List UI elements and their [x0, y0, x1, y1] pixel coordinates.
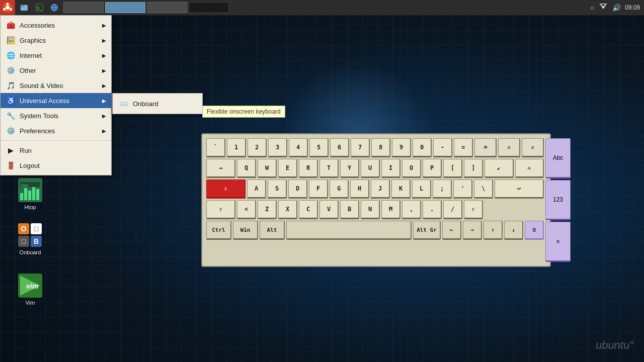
menu-item-other[interactable]: ⚙️ Other ▶	[1, 63, 111, 78]
key-3[interactable]: 3	[268, 138, 287, 157]
key-4[interactable]: 4	[289, 138, 308, 157]
key-h[interactable]: H	[350, 179, 369, 199]
key-s[interactable]: S	[268, 179, 287, 199]
key-win[interactable]: Win	[233, 221, 258, 240]
key-arrow-up[interactable]: ↑	[484, 221, 503, 240]
key-slash[interactable]: /	[443, 200, 462, 219]
keyboard-rows-wrapper: ` 1 2 3 4 5 6 7 8 9 0 - = ⌫ ✕ ✕	[206, 138, 546, 262]
key-arrow-left[interactable]: ←	[442, 221, 461, 240]
menu-item-universal-access[interactable]: ♿ Universal Access ▶ ⌨️ Onboard	[1, 93, 111, 108]
key-q[interactable]: Q	[237, 159, 256, 178]
key-bracket-right[interactable]: ]	[464, 159, 483, 178]
vim-label: Vim	[26, 300, 35, 306]
key-altgr[interactable]: Alt Gr	[413, 221, 441, 240]
menu-item-graphics[interactable]: 🖼️ Graphics ▶	[1, 33, 111, 48]
menu-item-preferences[interactable]: ⚙️ Preferences ▶	[1, 123, 111, 138]
desktop-icon-onboard[interactable]: O □ □ B Onboard	[10, 221, 50, 257]
key-shift-right[interactable]: ⇧	[464, 200, 483, 219]
key-z[interactable]: Z	[258, 200, 277, 219]
key-p[interactable]: P	[423, 159, 442, 178]
bluetooth-icon[interactable]: ○	[589, 4, 595, 12]
desktop-icon-vim[interactable]: vim Vim	[10, 272, 50, 308]
key-b[interactable]: B	[340, 200, 359, 219]
key-123[interactable]: 123	[545, 180, 571, 220]
key-i[interactable]: I	[381, 159, 400, 178]
key-alt[interactable]: Alt	[260, 221, 285, 240]
key-t[interactable]: T	[319, 159, 339, 178]
key-minus[interactable]: -	[433, 138, 452, 157]
menu-item-logout[interactable]: 🚪 Logout	[1, 158, 111, 173]
key-2[interactable]: 2	[248, 138, 267, 157]
key-shift-left2[interactable]: ⇧	[206, 200, 235, 219]
key-j[interactable]: J	[371, 179, 390, 199]
key-arrow-down[interactable]: ↓	[504, 221, 523, 240]
key-quote[interactable]: '	[453, 179, 472, 199]
key-g[interactable]: G	[330, 179, 349, 199]
key-8[interactable]: 8	[371, 138, 390, 157]
browser-button[interactable]	[47, 2, 61, 14]
key-semicolon[interactable]: ;	[433, 179, 452, 199]
key-tab[interactable]: →	[206, 159, 235, 178]
key-9[interactable]: 9	[392, 138, 411, 157]
key-m[interactable]: M	[381, 200, 400, 219]
key-c[interactable]: C	[299, 200, 318, 219]
key-less[interactable]: <	[237, 200, 256, 219]
key-close[interactable]: ✕	[522, 138, 544, 157]
terminal-button[interactable]: $_	[32, 2, 46, 14]
key-menu[interactable]: ≡	[525, 221, 544, 240]
key-settings[interactable]: ≡	[545, 222, 571, 262]
desktop-icon-htop[interactable]: htop Htop	[10, 176, 50, 212]
taskbar-window-1[interactable]	[63, 2, 104, 13]
menu-item-run[interactable]: ▶ Run	[1, 143, 111, 158]
menu-item-system-tools[interactable]: 🔧 System Tools ▶	[1, 108, 111, 123]
volume-icon[interactable]: 🔊	[611, 4, 622, 12]
taskbar-window-3[interactable]	[147, 2, 187, 13]
taskbar-window-4[interactable]	[189, 2, 229, 13]
taskbar-window-2[interactable]	[105, 2, 145, 13]
key-e[interactable]: E	[278, 159, 297, 178]
key-undo[interactable]: ↩	[495, 179, 544, 199]
key-backslash[interactable]: \	[474, 179, 493, 199]
network-icon[interactable]	[598, 3, 608, 13]
key-backtick[interactable]: `	[206, 138, 225, 157]
key-space[interactable]	[286, 221, 412, 240]
key-d[interactable]: D	[288, 179, 307, 199]
key-y[interactable]: Y	[340, 159, 359, 178]
key-w[interactable]: W	[258, 159, 277, 178]
key-o[interactable]: O	[402, 159, 421, 178]
key-ctrl[interactable]: Ctrl	[206, 221, 231, 240]
preferences-icon: ⚙️	[6, 126, 16, 136]
file-manager-button[interactable]	[17, 2, 31, 14]
key-delete[interactable]: ✕	[498, 138, 520, 157]
key-x[interactable]: X	[278, 200, 297, 219]
key-n[interactable]: N	[361, 200, 380, 219]
key-abc[interactable]: Abc	[545, 138, 571, 178]
key-bracket-left[interactable]: [	[443, 159, 462, 178]
key-backspace[interactable]: ⌫	[474, 138, 497, 157]
key-k[interactable]: K	[391, 179, 411, 199]
key-equals[interactable]: =	[454, 138, 473, 157]
key-r[interactable]: R	[299, 159, 318, 178]
menu-item-internet[interactable]: 🌐 Internet ▶	[1, 48, 111, 63]
key-1[interactable]: 1	[227, 138, 246, 157]
key-arrow-right[interactable]: →	[463, 221, 482, 240]
menu-item-sound-video[interactable]: 🎵 Sound & Video ▶	[1, 78, 111, 93]
key-a[interactable]: A	[247, 179, 266, 199]
key-comma[interactable]: ,	[402, 200, 421, 219]
menu-item-accessories[interactable]: 🧰 Accessories ▶	[1, 18, 111, 33]
key-period[interactable]: .	[423, 200, 442, 219]
key-5[interactable]: 5	[309, 138, 329, 157]
key-cursor-1[interactable]: ↙	[485, 159, 514, 178]
key-0[interactable]: 0	[413, 138, 432, 157]
key-v[interactable]: V	[319, 200, 339, 219]
key-6[interactable]: 6	[330, 138, 349, 157]
key-u[interactable]: U	[361, 159, 380, 178]
menu-label-logout: Logout	[20, 162, 40, 169]
key-move[interactable]: ✛	[515, 159, 544, 178]
submenu-item-onboard[interactable]: ⌨️ Onboard	[113, 96, 202, 112]
key-7[interactable]: 7	[351, 138, 370, 157]
application-menu-button[interactable]	[0, 0, 15, 15]
key-l[interactable]: L	[412, 179, 431, 199]
key-shift-left-active[interactable]: ⇧	[206, 179, 246, 199]
key-f[interactable]: F	[309, 179, 328, 199]
